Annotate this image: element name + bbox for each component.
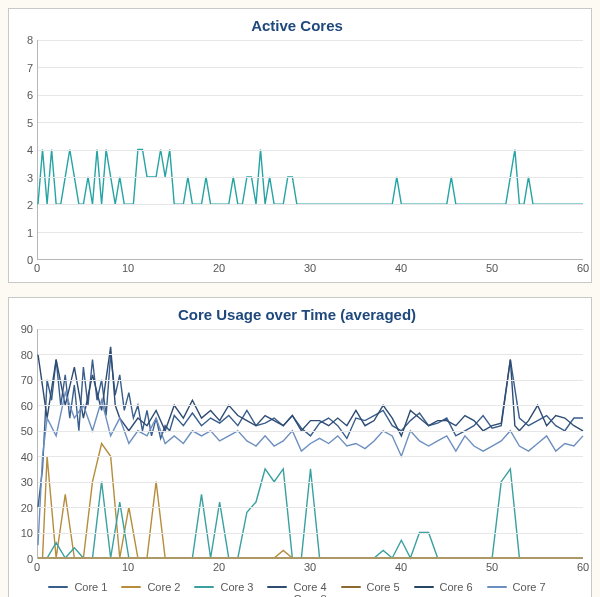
y-axis: 012345678 (11, 40, 37, 260)
plot-area: 012345678 (11, 40, 583, 260)
x-axis-tick: 0 (34, 561, 40, 573)
legend-swatch (194, 586, 214, 588)
legend-item: Core 1 (48, 581, 107, 593)
legend-label: Core 1 (74, 581, 107, 593)
y-axis-tick: 4 (27, 145, 33, 156)
legend-swatch (341, 586, 361, 588)
y-axis-tick: 0 (27, 554, 33, 565)
x-axis-tick: 40 (395, 262, 407, 274)
legend-item: Core 4 (267, 581, 326, 593)
x-axis-tick: 20 (213, 561, 225, 573)
gridline (38, 150, 583, 151)
plot-region (37, 329, 583, 559)
x-axis-tick: 60 (577, 561, 589, 573)
x-axis-tick: 30 (304, 561, 316, 573)
y-axis-tick: 2 (27, 200, 33, 211)
gridline (38, 67, 583, 68)
chart-title: Core Usage over Time (averaged) (11, 306, 583, 323)
gridline (38, 177, 583, 178)
legend-label: Core 6 (440, 581, 473, 593)
y-axis-tick: 8 (27, 35, 33, 46)
legend-item: Core 6 (414, 581, 473, 593)
chart-legend: Core 1Core 2Core 3Core 4Core 5Core 6Core… (11, 581, 583, 597)
series-line (38, 444, 583, 559)
y-axis: 0102030405060708090 (11, 329, 37, 559)
plot-region (37, 40, 583, 260)
legend-label: Core 4 (293, 581, 326, 593)
plot-area: 0102030405060708090 (11, 329, 583, 559)
y-axis-tick: 10 (21, 528, 33, 539)
x-axis-tick: 50 (486, 561, 498, 573)
y-axis-tick: 90 (21, 324, 33, 335)
y-axis-tick: 6 (27, 90, 33, 101)
legend-swatch (121, 586, 141, 588)
y-axis-tick: 20 (21, 502, 33, 513)
gridline (38, 405, 583, 406)
legend-label: Core 7 (513, 581, 546, 593)
legend-swatch (414, 586, 434, 588)
legend-label: Core 2 (147, 581, 180, 593)
y-axis-tick: 0 (27, 255, 33, 266)
x-axis-tick: 40 (395, 561, 407, 573)
legend-item: Core 8 (267, 593, 326, 597)
legend-label: Core 5 (367, 581, 400, 593)
y-axis-tick: 70 (21, 375, 33, 386)
x-axis-tick: 60 (577, 262, 589, 274)
series-line (38, 347, 583, 436)
gridline (38, 431, 583, 432)
legend-item: Core 3 (194, 581, 253, 593)
y-axis-tick: 40 (21, 451, 33, 462)
gridline (38, 507, 583, 508)
legend-label: Core 3 (220, 581, 253, 593)
x-axis: 0102030405060 (37, 260, 583, 278)
x-axis: 0102030405060 (37, 559, 583, 577)
gridline (38, 122, 583, 123)
y-axis-tick: 3 (27, 172, 33, 183)
gridline (38, 456, 583, 457)
gridline (38, 380, 583, 381)
legend-item: Core 2 (121, 581, 180, 593)
y-axis-tick: 1 (27, 227, 33, 238)
chart-title: Active Cores (11, 17, 583, 34)
x-axis-tick: 10 (122, 561, 134, 573)
x-axis-tick: 20 (213, 262, 225, 274)
y-axis-tick: 30 (21, 477, 33, 488)
y-axis-tick: 50 (21, 426, 33, 437)
y-axis-tick: 60 (21, 400, 33, 411)
gridline (38, 232, 583, 233)
y-axis-tick: 7 (27, 62, 33, 73)
y-axis-tick: 5 (27, 117, 33, 128)
gridline (38, 329, 583, 330)
gridline (38, 533, 583, 534)
x-axis-tick: 50 (486, 262, 498, 274)
x-axis-tick: 0 (34, 262, 40, 274)
active-cores-chart: Active Cores 012345678 0102030405060 (8, 8, 592, 283)
gridline (38, 354, 583, 355)
y-axis-tick: 80 (21, 349, 33, 360)
legend-swatch (487, 586, 507, 588)
gridline (38, 204, 583, 205)
gridline (38, 40, 583, 41)
legend-label: Core 8 (293, 593, 326, 597)
x-axis-tick: 10 (122, 262, 134, 274)
legend-swatch (48, 586, 68, 588)
legend-swatch (267, 586, 287, 588)
x-axis-tick: 30 (304, 262, 316, 274)
legend-item: Core 5 (341, 581, 400, 593)
gridline (38, 95, 583, 96)
legend-item: Core 7 (487, 581, 546, 593)
gridline (38, 482, 583, 483)
core-usage-chart: Core Usage over Time (averaged) 01020304… (8, 297, 592, 597)
